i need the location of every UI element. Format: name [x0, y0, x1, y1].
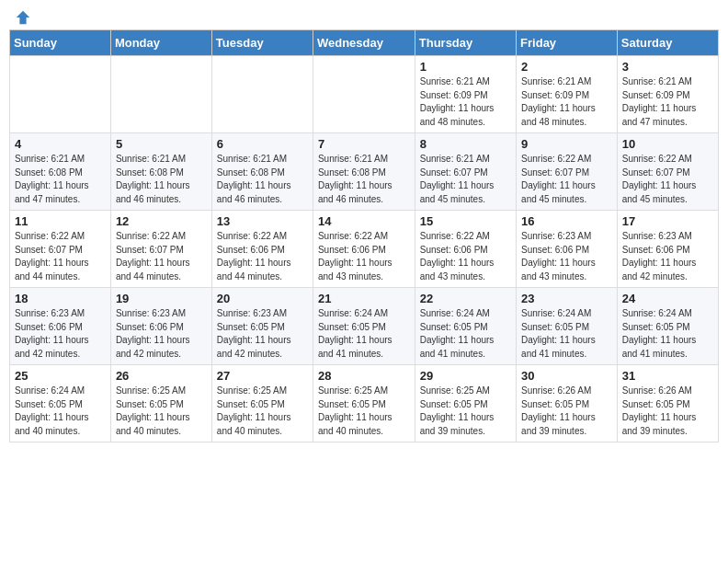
day-info: Sunrise: 6:22 AM Sunset: 6:07 PM Dayligh…: [521, 153, 612, 206]
day-info: Sunrise: 6:21 AM Sunset: 6:08 PM Dayligh…: [15, 153, 106, 206]
day-number: 8: [420, 137, 511, 151]
day-number: 22: [420, 292, 511, 305]
day-header-wednesday: Wednesday: [313, 30, 415, 56]
day-number: 17: [622, 214, 713, 228]
day-info: Sunrise: 6:22 AM Sunset: 6:07 PM Dayligh…: [116, 230, 207, 283]
day-info: Sunrise: 6:25 AM Sunset: 6:05 PM Dayligh…: [318, 385, 410, 438]
day-info: Sunrise: 6:21 AM Sunset: 6:08 PM Dayligh…: [318, 153, 410, 206]
day-info: Sunrise: 6:26 AM Sunset: 6:05 PM Dayligh…: [622, 385, 713, 438]
day-header-friday: Friday: [517, 30, 618, 56]
day-number: 7: [318, 137, 410, 151]
day-info: Sunrise: 6:23 AM Sunset: 6:06 PM Dayligh…: [15, 307, 106, 361]
calendar-cell: 27Sunrise: 6:25 AM Sunset: 6:05 PM Dayli…: [211, 365, 313, 442]
day-info: Sunrise: 6:21 AM Sunset: 6:08 PM Dayligh…: [116, 153, 207, 206]
calendar-cell: 9Sunrise: 6:22 AM Sunset: 6:07 PM Daylig…: [517, 133, 618, 211]
week-row-1: 1Sunrise: 6:21 AM Sunset: 6:09 PM Daylig…: [10, 56, 719, 133]
day-number: 29: [420, 369, 511, 383]
calendar-cell: 2Sunrise: 6:21 AM Sunset: 6:09 PM Daylig…: [517, 56, 618, 133]
day-number: 25: [15, 369, 106, 383]
day-info: Sunrise: 6:22 AM Sunset: 6:07 PM Dayligh…: [15, 230, 106, 283]
day-header-monday: Monday: [110, 30, 211, 56]
calendar-cell: 25Sunrise: 6:24 AM Sunset: 6:05 PM Dayli…: [10, 365, 111, 442]
calendar-cell: [110, 56, 211, 133]
day-info: Sunrise: 6:22 AM Sunset: 6:06 PM Dayligh…: [318, 230, 410, 283]
day-info: Sunrise: 6:23 AM Sunset: 6:06 PM Dayligh…: [521, 230, 612, 283]
day-info: Sunrise: 6:23 AM Sunset: 6:06 PM Dayligh…: [116, 307, 207, 361]
logo: [13, 9, 31, 22]
day-info: Sunrise: 6:25 AM Sunset: 6:05 PM Dayligh…: [420, 385, 511, 438]
day-number: 28: [318, 369, 410, 383]
day-number: 27: [217, 369, 308, 383]
day-header-sunday: Sunday: [10, 30, 111, 56]
day-number: 24: [622, 292, 713, 305]
day-number: 3: [622, 60, 713, 74]
day-number: 11: [15, 214, 106, 228]
week-row-4: 18Sunrise: 6:23 AM Sunset: 6:06 PM Dayli…: [10, 288, 719, 365]
day-info: Sunrise: 6:22 AM Sunset: 6:06 PM Dayligh…: [217, 230, 308, 283]
day-info: Sunrise: 6:21 AM Sunset: 6:09 PM Dayligh…: [521, 75, 612, 129]
day-info: Sunrise: 6:24 AM Sunset: 6:05 PM Dayligh…: [318, 307, 410, 361]
calendar-cell: 3Sunrise: 6:21 AM Sunset: 6:09 PM Daylig…: [617, 56, 718, 133]
calendar-cell: 19Sunrise: 6:23 AM Sunset: 6:06 PM Dayli…: [110, 288, 211, 365]
day-info: Sunrise: 6:21 AM Sunset: 6:08 PM Dayligh…: [217, 153, 308, 206]
day-number: 5: [116, 137, 207, 151]
day-header-thursday: Thursday: [415, 30, 516, 56]
day-info: Sunrise: 6:24 AM Sunset: 6:05 PM Dayligh…: [15, 385, 106, 438]
calendar-cell: 31Sunrise: 6:26 AM Sunset: 6:05 PM Dayli…: [617, 365, 718, 442]
calendar-cell: 20Sunrise: 6:23 AM Sunset: 6:05 PM Dayli…: [211, 288, 313, 365]
calendar-cell: 21Sunrise: 6:24 AM Sunset: 6:05 PM Dayli…: [313, 288, 415, 365]
day-number: 20: [217, 292, 308, 305]
calendar-cell: 14Sunrise: 6:22 AM Sunset: 6:06 PM Dayli…: [313, 211, 415, 288]
calendar-cell: 30Sunrise: 6:26 AM Sunset: 6:05 PM Dayli…: [517, 365, 618, 442]
day-number: 2: [521, 60, 612, 74]
calendar-cell: [211, 56, 313, 133]
calendar-cell: 23Sunrise: 6:24 AM Sunset: 6:05 PM Dayli…: [517, 288, 618, 365]
calendar-cell: 26Sunrise: 6:25 AM Sunset: 6:05 PM Dayli…: [110, 365, 211, 442]
day-number: 1: [420, 60, 511, 74]
calendar-cell: 28Sunrise: 6:25 AM Sunset: 6:05 PM Dayli…: [313, 365, 415, 442]
day-number: 16: [521, 214, 612, 228]
day-number: 13: [217, 214, 308, 228]
logo-icon: [15, 9, 31, 26]
calendar-cell: 17Sunrise: 6:23 AM Sunset: 6:06 PM Dayli…: [617, 211, 718, 288]
day-number: 4: [15, 137, 106, 151]
day-info: Sunrise: 6:24 AM Sunset: 6:05 PM Dayligh…: [622, 307, 713, 361]
week-row-5: 25Sunrise: 6:24 AM Sunset: 6:05 PM Dayli…: [10, 365, 719, 442]
day-info: Sunrise: 6:22 AM Sunset: 6:07 PM Dayligh…: [622, 153, 713, 206]
calendar-cell: 7Sunrise: 6:21 AM Sunset: 6:08 PM Daylig…: [313, 133, 415, 211]
week-row-2: 4Sunrise: 6:21 AM Sunset: 6:08 PM Daylig…: [10, 133, 719, 211]
day-info: Sunrise: 6:25 AM Sunset: 6:05 PM Dayligh…: [217, 385, 308, 438]
day-header-saturday: Saturday: [617, 30, 718, 56]
calendar-cell: 18Sunrise: 6:23 AM Sunset: 6:06 PM Dayli…: [10, 288, 111, 365]
day-info: Sunrise: 6:21 AM Sunset: 6:07 PM Dayligh…: [420, 153, 511, 206]
calendar-cell: 10Sunrise: 6:22 AM Sunset: 6:07 PM Dayli…: [617, 133, 718, 211]
day-header-tuesday: Tuesday: [211, 30, 313, 56]
day-info: Sunrise: 6:21 AM Sunset: 6:09 PM Dayligh…: [622, 75, 713, 129]
calendar-header-row: SundayMondayTuesdayWednesdayThursdayFrid…: [10, 30, 719, 56]
day-number: 6: [217, 137, 308, 151]
day-info: Sunrise: 6:26 AM Sunset: 6:05 PM Dayligh…: [521, 385, 612, 438]
day-info: Sunrise: 6:23 AM Sunset: 6:05 PM Dayligh…: [217, 307, 308, 361]
day-number: 21: [318, 292, 410, 305]
day-info: Sunrise: 6:25 AM Sunset: 6:05 PM Dayligh…: [116, 385, 207, 438]
calendar-cell: 13Sunrise: 6:22 AM Sunset: 6:06 PM Dayli…: [211, 211, 313, 288]
calendar-cell: 5Sunrise: 6:21 AM Sunset: 6:08 PM Daylig…: [110, 133, 211, 211]
day-number: 14: [318, 214, 410, 228]
calendar-cell: 16Sunrise: 6:23 AM Sunset: 6:06 PM Dayli…: [517, 211, 618, 288]
day-number: 9: [521, 137, 612, 151]
calendar-cell: 4Sunrise: 6:21 AM Sunset: 6:08 PM Daylig…: [10, 133, 111, 211]
day-info: Sunrise: 6:24 AM Sunset: 6:05 PM Dayligh…: [521, 307, 612, 361]
calendar-cell: 1Sunrise: 6:21 AM Sunset: 6:09 PM Daylig…: [415, 56, 516, 133]
calendar-cell: 22Sunrise: 6:24 AM Sunset: 6:05 PM Dayli…: [415, 288, 516, 365]
calendar-cell: 29Sunrise: 6:25 AM Sunset: 6:05 PM Dayli…: [415, 365, 516, 442]
calendar-cell: 12Sunrise: 6:22 AM Sunset: 6:07 PM Dayli…: [110, 211, 211, 288]
calendar-cell: [313, 56, 415, 133]
calendar-cell: 8Sunrise: 6:21 AM Sunset: 6:07 PM Daylig…: [415, 133, 516, 211]
day-number: 23: [521, 292, 612, 305]
calendar-cell: 24Sunrise: 6:24 AM Sunset: 6:05 PM Dayli…: [617, 288, 718, 365]
page-header: [9, 9, 719, 22]
day-info: Sunrise: 6:24 AM Sunset: 6:05 PM Dayligh…: [420, 307, 511, 361]
day-number: 19: [116, 292, 207, 305]
week-row-3: 11Sunrise: 6:22 AM Sunset: 6:07 PM Dayli…: [10, 211, 719, 288]
day-number: 26: [116, 369, 207, 383]
